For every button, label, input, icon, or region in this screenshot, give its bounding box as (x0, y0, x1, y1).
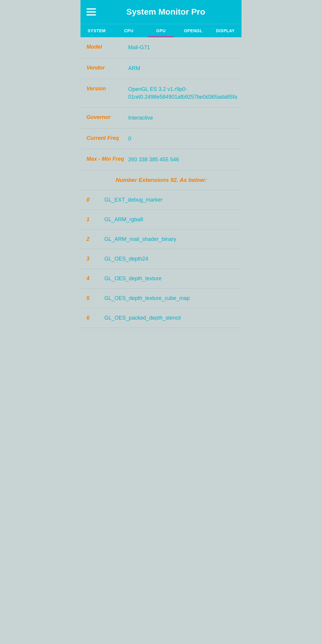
info-row-version: Version OpenGL ES 3.2 v1.r9p0-01rel0.249… (80, 79, 242, 107)
menu-button[interactable] (86, 8, 96, 16)
app-title: System Monitor Pro (96, 7, 236, 17)
ext-index-3: 3 (86, 256, 104, 262)
extensions-header-text: Number Extensions 92. As below: (116, 177, 206, 183)
value-version: OpenGL ES 3.2 v1.r9p0-01rel0.2498e584901… (128, 86, 237, 100)
label-max-min-freq: Max - Min Freq (86, 156, 125, 162)
ext-index-6: 6 (86, 315, 104, 321)
label-governor: Governor (86, 114, 125, 120)
ext-index-4: 4 (86, 275, 104, 282)
extension-row-6: 6 GL_OES_packed_depth_stencil (80, 308, 242, 328)
tab-system[interactable]: SYSTEM (80, 24, 113, 37)
tab-opengl[interactable]: OPENGL (177, 24, 209, 37)
extension-row-1: 1 GL_ARM_rgba8 (80, 210, 242, 230)
app-header: System Monitor Pro (80, 0, 242, 24)
ext-name-2: GL_ARM_mali_shader_binary (104, 236, 176, 242)
tab-display[interactable]: DISPLAY (209, 24, 242, 37)
ext-index-5: 5 (86, 295, 104, 301)
info-row-model: Model Mali-G71 (80, 37, 242, 58)
value-governor: Interactive (128, 114, 153, 122)
extensions-header: Number Extensions 92. As below: (80, 170, 242, 190)
extension-row-5: 5 GL_OES_depth_texture_cube_map (80, 289, 242, 308)
extension-row-4: 4 GL_OES_depth_texture (80, 269, 242, 289)
ext-name-5: GL_OES_depth_texture_cube_map (104, 295, 190, 301)
tab-cpu[interactable]: CPU (113, 24, 145, 37)
ext-name-4: GL_OES_depth_texture (104, 275, 162, 282)
ext-name-1: GL_ARM_rgba8 (104, 216, 143, 223)
label-vendor: Vendor (86, 65, 125, 71)
ext-index-2: 2 (86, 236, 104, 242)
info-row-current-freq: Current Freq 0 (80, 129, 242, 149)
tab-gpu[interactable]: GPU (145, 24, 177, 37)
ext-name-3: GL_OES_depth24 (104, 256, 148, 262)
value-current-freq: 0 (128, 135, 131, 143)
label-current-freq: Current Freq (86, 135, 125, 141)
info-row-vendor: Vendor ARM (80, 58, 242, 79)
ext-name-0: GL_EXT_debug_marker (104, 197, 162, 203)
value-vendor: ARM (128, 65, 140, 72)
gpu-content: Model Mali-G71 Vendor ARM Version OpenGL… (80, 37, 242, 328)
extension-row-3: 3 GL_OES_depth24 (80, 249, 242, 269)
label-version: Version (86, 86, 125, 92)
extension-row-0: 0 GL_EXT_debug_marker (80, 190, 242, 210)
ext-index-0: 0 (86, 197, 104, 203)
info-row-max-min-freq: Max - Min Freq 260 338 385 455 546 (80, 149, 242, 170)
info-row-governor: Governor Interactive (80, 108, 242, 129)
ext-name-6: GL_OES_packed_depth_stencil (104, 315, 181, 321)
tab-bar: SYSTEM CPU GPU OPENGL DISPLAY (80, 24, 242, 37)
label-model: Model (86, 44, 125, 50)
value-max-min-freq: 260 338 385 455 546 (128, 156, 179, 163)
value-model: Mali-G71 (128, 44, 150, 51)
extension-row-2: 2 GL_ARM_mali_shader_binary (80, 230, 242, 249)
ext-index-1: 1 (86, 216, 104, 223)
